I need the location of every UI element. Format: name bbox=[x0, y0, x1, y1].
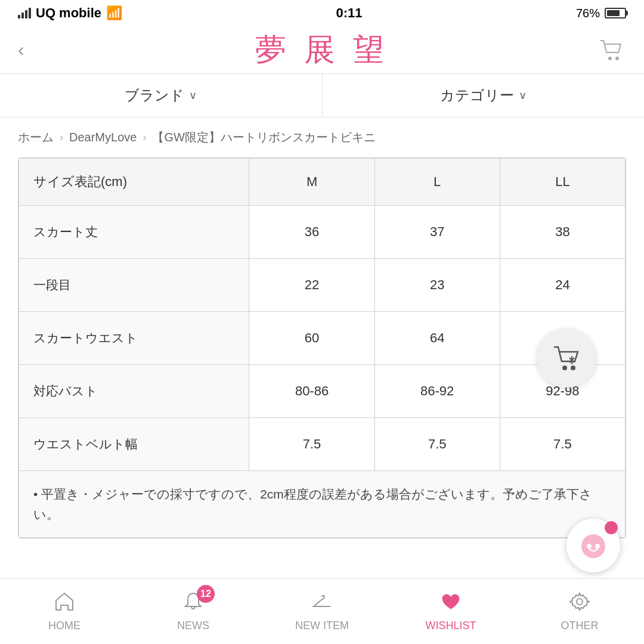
cell-belt-width-ll: 7.5 bbox=[500, 418, 625, 471]
cell-belt-width-m: 7.5 bbox=[249, 418, 374, 471]
category-tab[interactable]: カテゴリー ∨ bbox=[323, 74, 645, 117]
breadcrumb-sep-1: › bbox=[60, 131, 63, 144]
floating-cart-button[interactable] bbox=[537, 328, 596, 388]
cell-belt-width-l: 7.5 bbox=[374, 418, 500, 471]
svg-point-3 bbox=[571, 366, 575, 370]
brand-tab[interactable]: ブランド ∨ bbox=[0, 74, 323, 117]
category-tab-label: カテゴリー bbox=[440, 86, 514, 105]
wifi-icon: 📶 bbox=[106, 5, 122, 21]
breadcrumb-brand[interactable]: DearMyLove bbox=[69, 131, 137, 144]
status-right: 76% bbox=[576, 7, 626, 20]
row-label-belt-width: ウエストベルト幅 bbox=[19, 418, 249, 471]
col-header-ll: LL bbox=[500, 159, 625, 206]
battery-percent: 76% bbox=[576, 7, 600, 20]
cell-first-tier-m: 22 bbox=[249, 259, 374, 312]
breadcrumb-home[interactable]: ホーム bbox=[18, 129, 54, 145]
cart-button[interactable] bbox=[596, 35, 626, 65]
brand-chevron-icon: ∨ bbox=[189, 89, 197, 102]
bottom-nav-home[interactable]: HOME bbox=[0, 579, 129, 644]
category-chevron-icon: ∨ bbox=[519, 89, 527, 102]
wishlist-label: WISHLIST bbox=[425, 620, 476, 632]
breadcrumb-product[interactable]: 【GW限定】ハートリボンスカートビキニ bbox=[152, 129, 375, 145]
cell-skirt-length-ll: 38 bbox=[500, 206, 625, 259]
svg-point-2 bbox=[562, 366, 567, 370]
back-button[interactable]: ‹ bbox=[18, 39, 48, 61]
carrier-label: UQ mobile bbox=[36, 5, 101, 21]
cell-first-tier-l: 23 bbox=[374, 259, 500, 312]
svg-point-8 bbox=[577, 599, 583, 605]
svg-point-0 bbox=[608, 57, 612, 60]
cell-skirt-length-m: 36 bbox=[249, 206, 374, 259]
cell-bust-l: 86-92 bbox=[374, 365, 500, 418]
cell-first-tier-ll: 24 bbox=[500, 259, 625, 312]
news-badge-count: 12 bbox=[197, 585, 215, 603]
table-row: 一段目 22 23 24 bbox=[19, 259, 626, 312]
new-item-label: NEW ITEM bbox=[295, 620, 349, 632]
home-icon bbox=[54, 591, 75, 617]
svg-point-1 bbox=[615, 57, 619, 60]
signal-icon bbox=[18, 8, 31, 18]
cell-skirt-length-l: 37 bbox=[374, 206, 500, 259]
bottom-nav-news[interactable]: 12 NEWS bbox=[129, 579, 258, 644]
row-label-first-tier: 一段目 bbox=[19, 259, 249, 312]
brand-tab-label: ブランド bbox=[125, 86, 184, 105]
col-header-l: L bbox=[374, 159, 500, 206]
breadcrumb-sep-2: › bbox=[143, 131, 146, 144]
store-title: 夢 展 望 bbox=[255, 29, 389, 71]
header: ‹ 夢 展 望 bbox=[0, 26, 644, 74]
bottom-nav-other[interactable]: OTHER bbox=[515, 579, 644, 644]
table-row: 対応バスト 80-86 86-92 92-98 bbox=[19, 365, 626, 418]
breadcrumb: ホーム › DearMyLove › 【GW限定】ハートリボンスカートビキニ bbox=[0, 117, 644, 157]
news-badge-wrapper: 12 bbox=[182, 591, 204, 617]
row-label-bust: 対応バスト bbox=[19, 365, 249, 418]
bottom-nav: HOME 12 NEWS NEW ITEM bbox=[0, 578, 644, 644]
status-left: UQ mobile 📶 bbox=[18, 5, 122, 21]
cell-skirt-waist-l: 64 bbox=[374, 312, 500, 365]
bottom-nav-wishlist[interactable]: WISHLIST bbox=[386, 579, 515, 644]
gear-icon bbox=[569, 591, 590, 617]
table-row: ウエストベルト幅 7.5 7.5 7.5 bbox=[19, 418, 626, 471]
table-row: スカートウエスト 60 64 68 bbox=[19, 312, 626, 365]
bottom-nav-new-item[interactable]: NEW ITEM bbox=[258, 579, 386, 644]
battery-icon bbox=[605, 8, 626, 18]
row-label-skirt-waist: スカートウエスト bbox=[19, 312, 249, 365]
other-label: OTHER bbox=[561, 620, 599, 632]
cell-bust-m: 80-86 bbox=[249, 365, 374, 418]
svg-point-4 bbox=[581, 534, 605, 558]
row-label-skirt-length: スカート丈 bbox=[19, 206, 249, 259]
chat-notification-badge bbox=[605, 521, 618, 534]
col-header-m: M bbox=[249, 159, 374, 206]
hanger-icon bbox=[311, 591, 333, 617]
table-note-text: • 平置き・メジャーでの採寸ですので、2cm程度の誤差がある場合がございます。予… bbox=[19, 471, 626, 538]
table-row: スカート丈 36 37 38 bbox=[19, 206, 626, 259]
size-table: サイズ表記(cm) M L LL スカート丈 36 37 38 一段目 22 2… bbox=[18, 158, 626, 538]
home-label: HOME bbox=[48, 620, 80, 632]
heart-icon bbox=[440, 591, 462, 617]
time-label: 0:11 bbox=[336, 5, 362, 21]
chat-button[interactable] bbox=[566, 519, 620, 572]
news-label: NEWS bbox=[177, 620, 209, 632]
status-bar: UQ mobile 📶 0:11 76% bbox=[0, 0, 644, 26]
size-table-container: サイズ表記(cm) M L LL スカート丈 36 37 38 一段目 22 2… bbox=[18, 157, 626, 538]
table-note-row: • 平置き・メジャーでの採寸ですので、2cm程度の誤差がある場合がございます。予… bbox=[19, 471, 626, 538]
table-header-row: サイズ表記(cm) M L LL bbox=[19, 159, 626, 206]
col-header-label: サイズ表記(cm) bbox=[19, 159, 249, 206]
nav-tabs: ブランド ∨ カテゴリー ∨ bbox=[0, 74, 644, 117]
cell-skirt-waist-m: 60 bbox=[249, 312, 374, 365]
